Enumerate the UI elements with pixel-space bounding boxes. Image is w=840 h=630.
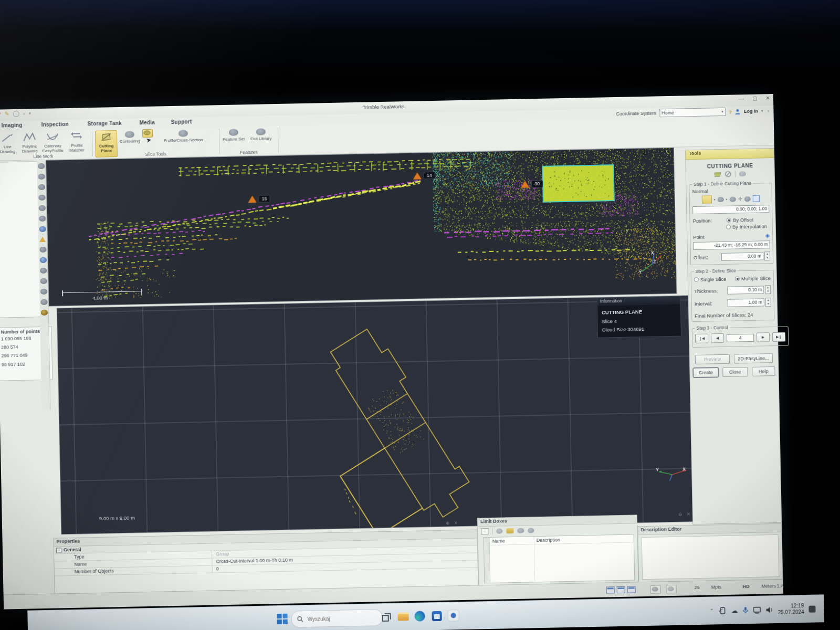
- tool-icon[interactable]: [40, 289, 47, 295]
- tray-clock[interactable]: 12:19 25.07.2024: [778, 602, 804, 616]
- help-button[interactable]: Help: [752, 366, 775, 376]
- stamp2-icon[interactable]: [666, 585, 677, 593]
- tool-icon[interactable]: [39, 216, 46, 222]
- login-button[interactable]: Log In: [744, 109, 758, 114]
- sync-icon[interactable]: ◔: [766, 108, 769, 114]
- annotation-marker-30[interactable]: 30: [521, 180, 543, 188]
- tools-tab[interactable]: Tools: [686, 149, 774, 160]
- draw-tool-icon[interactable]: [40, 310, 47, 316]
- viewport-3d[interactable]: 15 14 30 4.00 m X Z: [46, 148, 677, 307]
- reset-plane-icon[interactable]: [739, 171, 746, 176]
- tool-icon[interactable]: [40, 278, 47, 284]
- draw-limitbox-icon[interactable]: [517, 528, 524, 533]
- interval-input[interactable]: 1.00 m: [728, 298, 764, 307]
- quad-view-icon[interactable]: [627, 586, 636, 593]
- search-input[interactable]: [307, 614, 361, 622]
- tool-icon[interactable]: [40, 268, 47, 274]
- previous-slice-button[interactable]: ◀: [711, 333, 724, 343]
- phone-link-icon[interactable]: [718, 607, 726, 614]
- maximize-button[interactable]: ▢: [752, 96, 758, 101]
- preview-button[interactable]: Preview: [695, 354, 730, 364]
- notification-icon[interactable]: [808, 605, 815, 612]
- annotation-marker-14[interactable]: 14: [413, 172, 435, 180]
- normal-box-icon[interactable]: [753, 195, 760, 202]
- tray-chevron-icon[interactable]: ⌃: [710, 608, 714, 613]
- point-input[interactable]: -21.43 m; -16.29 m; 0.00 m: [693, 240, 770, 250]
- task-view-button[interactable]: [378, 609, 394, 625]
- profile-cross-section-button[interactable]: Profile/Cross-Section: [160, 130, 207, 143]
- edit-library-button[interactable]: Edit Library: [249, 128, 273, 142]
- viewport-2d[interactable]: Information CUTTING PLANE Slice 4 Cloud …: [57, 295, 700, 534]
- first-slice-button[interactable]: ❙◀: [695, 334, 708, 343]
- column-name[interactable]: Name: [492, 538, 505, 543]
- tool-icon[interactable]: [39, 247, 46, 253]
- disable-plane-icon[interactable]: [725, 171, 731, 177]
- tool-icon[interactable]: [38, 174, 45, 180]
- tool-icon[interactable]: [38, 163, 45, 169]
- easyline-button[interactable]: 2D-EasyLine...: [734, 353, 773, 363]
- speaker-icon[interactable]: [765, 606, 773, 613]
- collapse-icon[interactable]: –: [481, 528, 488, 534]
- close-button[interactable]: ✕: [765, 95, 770, 101]
- normal-fit-icon[interactable]: [744, 196, 751, 201]
- single-slice-radio[interactable]: Single Slice: [694, 276, 727, 282]
- coordinate-system-select[interactable]: Home ▾: [659, 108, 726, 118]
- store-button[interactable]: [428, 608, 445, 624]
- login-caret-icon[interactable]: ▾: [761, 109, 763, 113]
- stamp-icon[interactable]: [650, 585, 661, 593]
- slice-index-input[interactable]: 4: [727, 333, 754, 342]
- extract-limitbox-icon[interactable]: [528, 528, 534, 533]
- edge-button[interactable]: [412, 608, 428, 624]
- prop-value[interactable]: Cross-Cut-Interval 1.00 m-Th 0.10 m: [216, 558, 293, 564]
- normal-cross-icon[interactable]: ✛: [738, 196, 742, 202]
- next-slice-button[interactable]: ▶: [757, 332, 770, 342]
- thickness-spinner[interactable]: ▲▼: [765, 285, 771, 294]
- tool-icon[interactable]: [38, 184, 45, 190]
- pin-pane-icon[interactable]: ⊕: [678, 512, 682, 517]
- thickness-input[interactable]: 0.10 m: [727, 286, 764, 294]
- microphone-icon[interactable]: [742, 606, 748, 614]
- interval-spinner[interactable]: ▲▼: [765, 298, 771, 307]
- minimize-button[interactable]: —: [739, 96, 744, 101]
- polyline-drawing-button[interactable]: Polyline Drawing: [17, 132, 42, 154]
- new-limitbox-icon[interactable]: [506, 528, 513, 533]
- feature-set-button[interactable]: Feature Set: [222, 129, 246, 142]
- warning-tool-icon[interactable]: [39, 237, 46, 242]
- edit-plane-icon[interactable]: [715, 171, 721, 177]
- taskbar-search[interactable]: [291, 609, 383, 627]
- workspace-panel[interactable]: ◯: [0, 161, 41, 318]
- hd-indicator[interactable]: HD: [743, 584, 750, 589]
- normal-pick-icon[interactable]: [729, 196, 736, 202]
- limitbox-tool-icon[interactable]: [39, 257, 46, 263]
- close-panel-button[interactable]: Close: [722, 367, 748, 377]
- annotation-marker-15[interactable]: 15: [248, 195, 270, 203]
- point-picker-icon[interactable]: ◈: [765, 232, 770, 239]
- description-editor-body[interactable]: [642, 534, 780, 580]
- close-pane-icon[interactable]: ✕: [686, 511, 690, 517]
- normal-axis-icon[interactable]: [701, 195, 711, 203]
- help-icon[interactable]: ?: [729, 109, 732, 114]
- profile-matcher-button[interactable]: Profile Matcher: [65, 131, 89, 153]
- app-button[interactable]: [445, 607, 461, 624]
- offset-input[interactable]: 0.00 m: [721, 252, 763, 261]
- tab-media[interactable]: Media: [140, 120, 155, 126]
- pin-pane-icon[interactable]: ⊕: [446, 521, 450, 526]
- multiple-slice-radio[interactable]: Multiple Slice: [735, 275, 771, 281]
- monitor-tool-icon[interactable]: [39, 226, 46, 232]
- tool-icon[interactable]: [40, 299, 47, 305]
- by-offset-radio[interactable]: By Offset: [727, 217, 753, 223]
- column-description[interactable]: Description: [537, 537, 560, 543]
- units-indicator[interactable]: Meters: [761, 583, 776, 589]
- create-button[interactable]: Create: [693, 368, 718, 377]
- tool-icon[interactable]: [38, 195, 45, 201]
- onedrive-icon[interactable]: ☁: [731, 606, 738, 614]
- expander-icon[interactable]: −: [56, 548, 61, 553]
- by-interpolation-radio[interactable]: By Interpolation: [726, 223, 767, 230]
- last-slice-button[interactable]: ▶❙: [772, 332, 785, 342]
- catenary-easyprofile-button[interactable]: Catenary EasyProfile: [40, 131, 65, 153]
- normal-vector-input[interactable]: 0.00; 0.00; 1.00: [692, 205, 769, 214]
- split-view-icon[interactable]: [617, 586, 625, 593]
- tab-storage-tank[interactable]: Storage Tank: [88, 120, 122, 127]
- start-button[interactable]: [274, 611, 290, 627]
- contouring-button[interactable]: Contouring: [118, 131, 142, 144]
